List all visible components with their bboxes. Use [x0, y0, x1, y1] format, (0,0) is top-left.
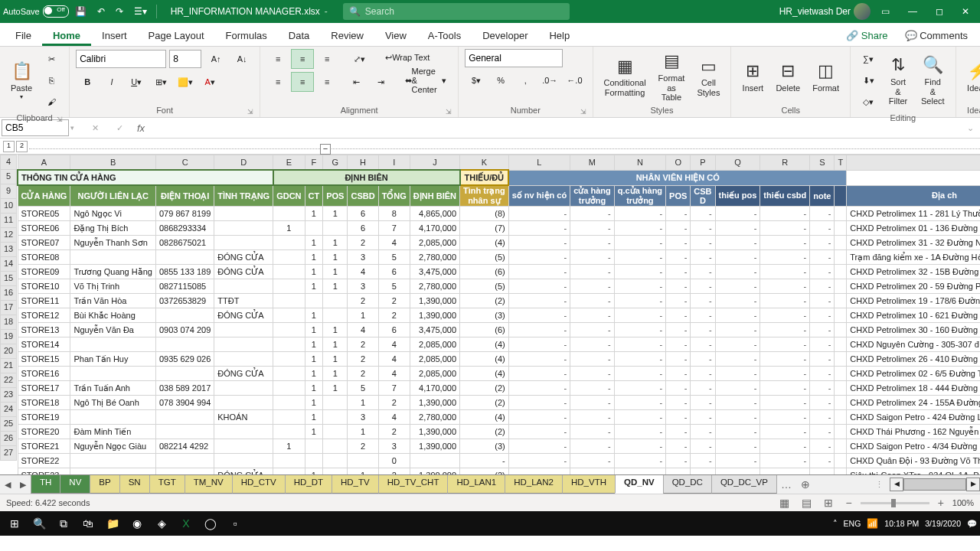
table-row[interactable]: STORE20Đàm Minh Tiến1121,390,000(2)-----… — [18, 425, 980, 439]
row-header[interactable]: 22 — [0, 373, 17, 388]
row-header[interactable]: 27 — [0, 446, 17, 461]
sheet-next-icon[interactable]: ▶ — [15, 480, 31, 490]
table-row[interactable]: STORE16ĐÓNG CỬA11242,085,000(4)--------C… — [18, 367, 980, 381]
decrease-decimal-icon[interactable]: ←.0 — [563, 70, 586, 90]
scroll-left-icon[interactable]: ◀ — [890, 478, 903, 491]
align-left-icon[interactable]: ≡ — [266, 72, 289, 92]
sheet-tab-HD_DT[interactable]: HD_DT — [285, 475, 332, 494]
row-header[interactable]: 17 — [0, 301, 17, 315]
row-header[interactable]: 12 — [0, 228, 17, 243]
notifications-icon[interactable]: 💬 — [967, 519, 977, 529]
sheet-tab-TH[interactable]: TH — [31, 475, 60, 494]
col-header[interactable]: L — [508, 155, 570, 171]
col-header[interactable]: A — [18, 155, 70, 171]
app2-icon[interactable]: ◈ — [150, 513, 173, 534]
maximize-icon[interactable]: ◻ — [928, 2, 951, 21]
align-middle-icon[interactable]: ≡ — [291, 49, 314, 69]
wifi-icon[interactable]: 📶 — [867, 518, 878, 529]
table-row[interactable]: STORE10Võ Thị Trinh082711508511352,780,0… — [18, 279, 980, 294]
page-layout-view-icon[interactable]: ▤ — [798, 495, 815, 510]
tab-file[interactable]: File — [5, 25, 42, 46]
col-header[interactable]: H — [348, 155, 378, 171]
paste-button[interactable]: 📋Paste▾ — [6, 59, 37, 102]
ideas-button[interactable]: ⚡Ideas — [962, 59, 980, 95]
percent-icon[interactable]: % — [489, 70, 512, 90]
tab-home[interactable]: Home — [42, 25, 91, 46]
scroll-right-icon[interactable]: ▶ — [966, 478, 980, 491]
row-header[interactable]: 26 — [0, 432, 17, 446]
col-header[interactable]: D — [214, 155, 273, 171]
borders-icon[interactable]: ⊞▾ — [149, 72, 172, 92]
align-right-icon[interactable]: ≡ — [315, 72, 338, 92]
col-header[interactable]: G — [323, 155, 348, 171]
row-header[interactable]: 21 — [0, 359, 17, 373]
tab-help[interactable]: Help — [538, 25, 580, 46]
tab-review[interactable]: Review — [320, 25, 374, 46]
row-header[interactable]: 24 — [0, 403, 17, 417]
h-scrollbar[interactable] — [903, 478, 966, 491]
user-name[interactable]: HR_vietwash Der — [779, 6, 851, 17]
col-header[interactable]: O — [666, 155, 691, 171]
sheet-tab-NV[interactable]: NV — [60, 475, 90, 494]
sheet-tab-HD_LAN1[interactable]: HD_LAN1 — [447, 475, 505, 494]
date[interactable]: 3/19/2020 — [925, 519, 961, 528]
align-center-icon[interactable]: ≡ — [291, 72, 314, 92]
table-row[interactable]: STORE07Nguyễn Thanh Sơn082867502111242,0… — [18, 236, 980, 250]
font-color-icon[interactable]: A▾ — [198, 72, 221, 92]
bold-icon[interactable]: B — [76, 72, 99, 92]
formula-bar[interactable] — [151, 119, 961, 136]
ribbon-options-icon[interactable]: ▭ — [874, 2, 897, 21]
sheet-tab-QD_DC_VP[interactable]: QD_DC_VP — [711, 475, 777, 494]
col-header[interactable]: F — [305, 155, 323, 171]
decrease-indent-icon[interactable]: ⇤ — [345, 72, 368, 92]
sheet-tab-SN[interactable]: SN — [119, 475, 150, 494]
col-header[interactable]: J — [410, 155, 459, 171]
sheet-tab-HD_CTV[interactable]: HD_CTV — [232, 475, 286, 494]
search-box[interactable]: 🔍 Search — [343, 3, 570, 20]
minimize-icon[interactable]: — — [900, 2, 925, 21]
col-header[interactable]: N — [614, 155, 665, 171]
table-row[interactable]: STORE23ĐÓNG CỬA1121,390,000(2)--------Si… — [18, 468, 980, 475]
currency-icon[interactable]: $▾ — [465, 70, 488, 90]
normal-view-icon[interactable]: ▦ — [776, 495, 793, 510]
time[interactable]: 10:18 PM — [884, 519, 919, 528]
clear-icon[interactable]: ◇▾ — [857, 92, 880, 112]
conditional-formatting-button[interactable]: ▦Conditional Formatting — [599, 54, 651, 99]
col-header[interactable]: P — [691, 155, 715, 171]
table-row[interactable]: STORE05Ngô Ngọc Vi079 867 819911684,865,… — [18, 207, 980, 221]
tab-insert[interactable]: Insert — [91, 25, 138, 46]
col-header[interactable]: T — [835, 155, 847, 171]
delete-cells-button[interactable]: ⊟Delete — [771, 59, 805, 95]
explorer-icon[interactable]: 📁 — [101, 513, 124, 534]
zoom-out-icon[interactable]: − — [841, 495, 855, 510]
fx-icon[interactable]: fx — [132, 122, 149, 134]
font-size[interactable] — [169, 50, 201, 68]
table-row[interactable]: STORE08ĐÓNG CỬA11352,780,000(5)--------T… — [18, 250, 980, 265]
format-cells-button[interactable]: ◫Format — [808, 59, 844, 95]
table-row[interactable]: STORE19KHOÁN1342,780,000(4)--------CHXD … — [18, 410, 980, 425]
col-header[interactable]: M — [570, 155, 615, 171]
row-header[interactable]: 10 — [0, 199, 17, 214]
chrome-icon[interactable]: ◯ — [199, 513, 222, 534]
table-row[interactable]: STORE11Trần Văn Hòa0372653829TTĐT221,390… — [18, 294, 980, 308]
more-sheets-icon[interactable]: … — [776, 476, 796, 493]
col-header[interactable]: Q — [715, 155, 760, 171]
cell-styles-button[interactable]: ▭Cell Styles — [692, 54, 724, 99]
avatar[interactable] — [854, 3, 871, 20]
shrink-font-icon[interactable]: A↓ — [230, 49, 253, 69]
touch-mode-icon[interactable]: ☰▾ — [129, 3, 152, 20]
search-task-icon[interactable]: 🔍 — [28, 513, 51, 534]
table-row[interactable]: STORE13Nguyễn Văn Đa0903 074 20911463,47… — [18, 323, 980, 337]
increase-indent-icon[interactable]: ⇥ — [370, 72, 393, 92]
row-header[interactable]: 13 — [0, 243, 17, 257]
outline-2[interactable]: 2 — [16, 141, 28, 152]
find-select-button[interactable]: 🔍Find & Select — [916, 53, 949, 108]
row-header[interactable]: 15 — [0, 272, 17, 286]
orientation-icon[interactable]: ⤢▾ — [348, 49, 371, 69]
zoom-level[interactable]: 100% — [952, 498, 974, 507]
format-as-table-button[interactable]: ▤Format as Table — [654, 49, 690, 104]
table-row[interactable]: STORE21Nguyễn Ngọc Giàu082214 42921231,3… — [18, 439, 980, 454]
row-header[interactable]: 23 — [0, 388, 17, 403]
wrap-text-button[interactable]: ↩ Wrap Text — [380, 49, 435, 66]
merge-center-button[interactable]: ⬌ Merge & Center ▾ — [400, 72, 452, 89]
